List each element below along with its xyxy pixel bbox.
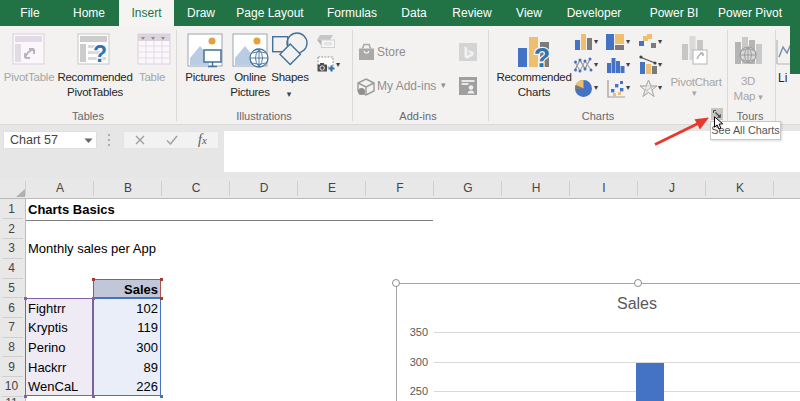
svg-text:?: ? bbox=[534, 43, 550, 69]
svg-text:?: ? bbox=[93, 41, 107, 66]
